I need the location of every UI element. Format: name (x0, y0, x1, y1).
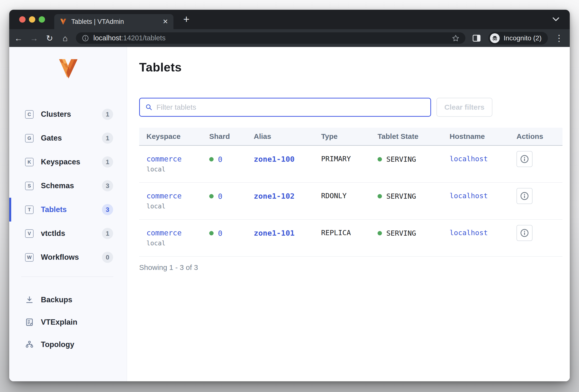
tablet-state-cell: SERVING (377, 192, 450, 201)
shard-cell: 0 (209, 192, 254, 201)
vitess-logo (57, 59, 79, 79)
sidebar-item-vtctlds[interactable]: V vtctlds 1 (9, 222, 127, 245)
sidebar-item-keyspaces[interactable]: K Keyspaces 1 (9, 150, 127, 174)
new-tab-button[interactable]: + (180, 13, 193, 26)
sidebar-item-label: Clusters (41, 110, 71, 119)
hostname-link[interactable]: localhost (450, 192, 516, 200)
sidebar-item-backups[interactable]: Backups (9, 289, 127, 311)
minimize-window-button[interactable] (29, 16, 35, 23)
shard-link[interactable]: 0 (218, 155, 222, 164)
sidebar-item-tablets[interactable]: T Tablets 3 (9, 198, 127, 222)
browser-tab[interactable]: Tablets | VTAdmin ✕ (54, 14, 173, 29)
url-path: :14201/tablets (121, 34, 165, 42)
tablet-state: SERVING (386, 155, 416, 163)
shard-status-dot (209, 194, 214, 198)
tablet-state: SERVING (386, 229, 416, 237)
sidebar-item-schemas[interactable]: S Schemas 3 (9, 174, 127, 198)
keyspace-cell: commerce local (146, 155, 209, 173)
table-row: commerce local 0 zone1-102 RDONLY SERVIN… (139, 183, 563, 220)
shard-status-dot (209, 231, 214, 235)
tab-title: Tablets | VTAdmin (71, 18, 124, 26)
sidebar-item-clusters[interactable]: C Clusters 1 (9, 102, 127, 126)
main-panel: Tablets Clear filters Keyspace Shard Ali… (127, 47, 570, 381)
row-info-button[interactable] (516, 225, 532, 241)
cluster-label: local (146, 240, 209, 247)
sidebar-item-label: Topology (41, 340, 74, 349)
table-row: commerce local 0 zone1-101 REPLICA SERVI… (139, 220, 563, 257)
filter-tablets-input[interactable] (156, 103, 425, 111)
serving-status-dot (377, 194, 382, 198)
close-window-button[interactable] (19, 16, 26, 23)
sidebar-nav: C Clusters 1 G Gates 1 K Keyspaces 1 S S… (9, 102, 127, 269)
count-badge: 1 (102, 156, 113, 168)
incognito-icon (490, 33, 500, 43)
column-header-actions: Actions (516, 132, 563, 140)
tablet-type: PRIMARY (321, 155, 377, 163)
serving-status-dot (377, 157, 382, 161)
shard-cell: 0 (209, 229, 254, 238)
info-icon (520, 154, 529, 164)
sidebar-item-vtexplain[interactable]: VTExplain (9, 311, 127, 333)
side-panel-icon[interactable] (473, 35, 481, 42)
shard-link[interactable]: 0 (218, 192, 222, 201)
tab-search-chevron-icon[interactable] (552, 16, 560, 22)
sidebar-divider (21, 276, 113, 277)
tablet-state-cell: SERVING (377, 155, 450, 164)
column-header-hostname: Hostname (450, 132, 516, 140)
home-icon[interactable]: ⌂ (60, 34, 70, 42)
zoom-window-button[interactable] (39, 16, 45, 23)
sidebar-item-label: Keyspaces (41, 158, 80, 166)
serving-status-dot (377, 231, 382, 235)
incognito-badge[interactable]: Incognito (2) (488, 32, 548, 45)
forward-icon[interactable]: → (29, 34, 39, 42)
back-icon[interactable]: ← (14, 34, 23, 42)
gates-letter-icon: G (25, 134, 34, 142)
cluster-label: local (146, 202, 209, 210)
row-info-button[interactable] (516, 151, 532, 167)
reload-icon[interactable]: ↻ (45, 34, 55, 42)
keyspace-link[interactable]: commerce (146, 229, 209, 237)
keyspace-link[interactable]: commerce (146, 155, 209, 163)
sidebar-item-workflows[interactable]: W Workflows 0 (9, 245, 127, 269)
site-info-icon[interactable] (82, 35, 89, 42)
cluster-label: local (146, 166, 209, 173)
tab-close-icon[interactable]: ✕ (162, 18, 168, 25)
page-content: C Clusters 1 G Gates 1 K Keyspaces 1 S S… (9, 47, 570, 381)
row-info-button[interactable] (516, 188, 532, 204)
clear-filters-button[interactable]: Clear filters (436, 98, 492, 117)
alias-link[interactable]: zone1-101 (254, 229, 321, 237)
browser-menu-icon[interactable]: ⋮ (555, 34, 564, 43)
column-header-shard: Shard (209, 132, 254, 140)
sidebar-item-label: Backups (41, 295, 72, 304)
tablets-letter-icon: T (25, 205, 34, 214)
sidebar-item-label: Workflows (41, 253, 79, 262)
sidebar: C Clusters 1 G Gates 1 K Keyspaces 1 S S… (9, 47, 127, 381)
count-badge: 3 (102, 204, 113, 215)
address-bar[interactable]: localhost:14201/tablets (76, 32, 466, 44)
incognito-label: Incognito (2) (504, 34, 542, 42)
hostname-link[interactable]: localhost (450, 229, 516, 237)
topology-icon (24, 340, 35, 349)
sidebar-item-topology[interactable]: Topology (9, 333, 127, 356)
sidebar-item-gates[interactable]: G Gates 1 (9, 126, 127, 150)
alias-link[interactable]: zone1-102 (254, 192, 321, 200)
keyspaces-letter-icon: K (25, 158, 34, 166)
table-row: commerce local 0 zone1-100 PRIMARY SERVI… (139, 146, 563, 183)
count-badge: 1 (102, 228, 113, 239)
tablet-type: REPLICA (321, 229, 377, 237)
keyspace-link[interactable]: commerce (146, 192, 209, 200)
hostname-link[interactable]: localhost (450, 155, 516, 163)
sidebar-tools: Backups VTExplain (9, 289, 127, 356)
bookmark-star-icon[interactable] (452, 34, 460, 42)
sidebar-item-label: vtctlds (41, 229, 65, 238)
alias-link[interactable]: zone1-100 (254, 155, 321, 163)
page-title: Tablets (139, 60, 182, 74)
tablets-table: Keyspace Shard Alias Type Tablet State H… (139, 128, 563, 272)
tab-strip: Tablets | VTAdmin ✕ + (9, 10, 570, 29)
sidebar-item-label: Schemas (41, 181, 74, 190)
info-icon (520, 191, 529, 201)
url-host: localhost (93, 34, 121, 42)
vtctlds-letter-icon: V (25, 229, 34, 238)
shard-link[interactable]: 0 (218, 229, 222, 238)
filter-tablets-field[interactable] (139, 98, 431, 117)
